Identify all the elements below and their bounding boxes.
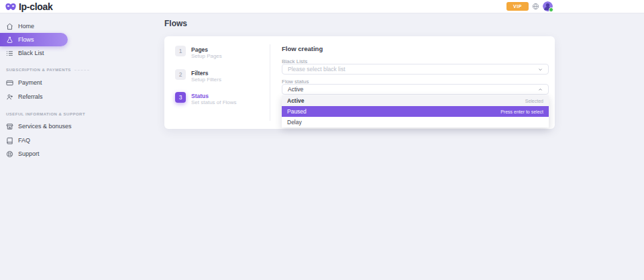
section-divider [74,70,89,71]
logo-text: Ip-cloak [19,1,53,12]
online-status-dot [549,7,553,12]
flow-status-dropdown: Active Selected Paused Press enter to se… [282,95,549,128]
sidebar-item-label: Services & bonuses [18,123,72,130]
black-lists-select[interactable]: Please select black list [282,64,549,75]
step-title: Status [191,92,237,99]
storefront-icon [6,123,13,130]
sidebar-item-faq[interactable]: FAQ [0,136,30,145]
option-hint: Selected [525,99,543,103]
home-icon [6,23,13,30]
logo[interactable]: Ip-cloak [5,0,53,13]
top-bar: Ip-cloak VIP [0,0,644,13]
chevron-up-icon [538,87,543,92]
wizard-step-status[interactable]: 3 Status Set status of Flows [175,92,237,106]
black-lists-placeholder: Please select black list [288,66,345,73]
option-hint: Press enter to select [500,109,543,114]
sidebar-section-support: USEFUL INFORMATION & SUPPORT [0,112,85,116]
list-icon [6,50,13,57]
book-icon [6,137,13,144]
user-avatar[interactable] [543,1,553,11]
flow-creating-card: 1 Pages Setup Pages 2 Filters Setup Filt… [164,36,555,129]
page-title: Flows [164,19,187,28]
flow-status-select[interactable]: Active [282,84,549,95]
wizard-step-pages[interactable]: 1 Pages Setup Pages [175,46,222,60]
step-number: 3 [175,92,186,103]
flow-status-value: Active [288,86,303,93]
form-title: Flow creating [282,45,323,52]
sidebar-item-label: Referrals [18,93,43,100]
vertical-divider [270,44,270,121]
sidebar-item-label: Black List [18,50,44,56]
header-actions: VIP [506,0,553,13]
mask-logo-icon [5,3,16,11]
step-number: 2 [175,69,186,80]
sidebar-item-home[interactable]: Home [0,21,34,31]
sidebar-item-flows[interactable]: Flows [0,33,68,46]
lifebuoy-icon [6,150,13,158]
step-subtitle: Set status of Flows [191,99,237,106]
sidebar-item-label: Flows [18,36,34,43]
dropdown-option-paused[interactable]: Paused Press enter to select [282,106,549,117]
step-title: Pages [191,46,222,53]
sidebar-item-label: Support [18,150,40,157]
sidebar-item-support[interactable]: Support [0,149,40,158]
step-subtitle: Setup Filters [191,77,221,83]
dropdown-option-active[interactable]: Active Selected [282,95,549,106]
step-title: Filters [191,69,221,77]
sidebar-item-black-list[interactable]: Black List [0,48,44,58]
chevron-down-icon [538,67,543,72]
add-user-icon [6,93,13,101]
sidebar-section-subscription: SUBSCRIPTION & PAYMENTS [0,68,89,72]
app-window: Ip-cloak VIP Ho [0,0,644,280]
sidebar-item-referrals[interactable]: Referrals [0,92,43,101]
sidebar-item-label: Home [18,23,34,30]
sidebar-item-label: FAQ [18,137,30,144]
sidebar-item-label: Payment [18,79,42,86]
credit-card-icon [6,79,13,87]
sidebar-item-payment[interactable]: Payment [0,78,42,87]
wizard-step-filters[interactable]: 2 Filters Setup Filters [175,69,221,83]
language-globe-icon[interactable] [532,3,539,10]
dropdown-option-delay[interactable]: Delay [282,117,549,128]
sidebar-item-services[interactable]: Services & bonuses [0,122,72,131]
flows-icon [6,36,13,44]
step-number: 1 [175,46,186,56]
step-subtitle: Setup Pages [191,53,222,60]
vip-button[interactable]: VIP [506,2,529,11]
